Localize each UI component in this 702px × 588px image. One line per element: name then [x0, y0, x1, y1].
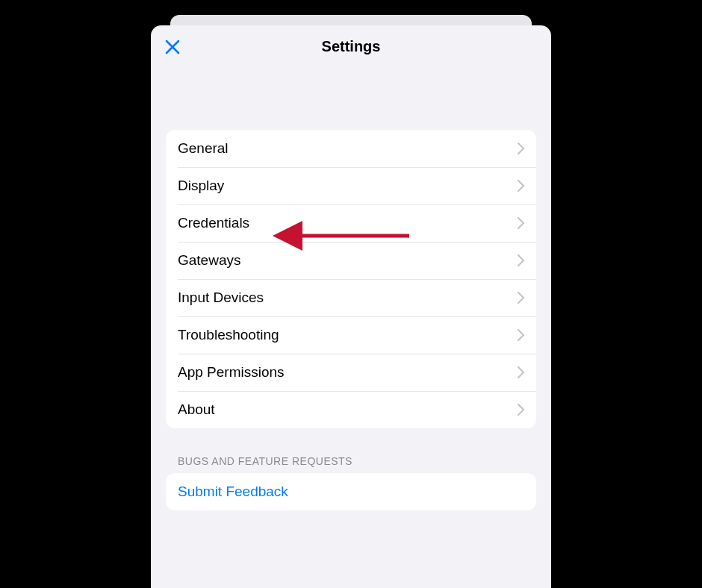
settings-item-label: Gateways [178, 252, 240, 269]
settings-item-about[interactable]: About [166, 391, 536, 428]
chevron-right-icon [517, 404, 524, 416]
chevron-right-icon [517, 217, 524, 229]
feedback-section-header: Bugs and Feature Requests [166, 455, 536, 473]
settings-item-input-devices[interactable]: Input Devices [166, 279, 536, 316]
settings-item-label: About [178, 401, 215, 418]
settings-item-label: Input Devices [178, 290, 264, 306]
chevron-right-icon [517, 254, 524, 266]
content: General Display Credentials [151, 130, 551, 510]
settings-item-display[interactable]: Display [166, 167, 536, 204]
page-title: Settings [322, 38, 381, 55]
settings-item-app-permissions[interactable]: App Permissions [166, 354, 536, 391]
close-icon [164, 39, 181, 55]
settings-item-general[interactable]: General [166, 130, 536, 167]
settings-item-label: Troubleshooting [178, 327, 279, 343]
submit-feedback-button[interactable]: Submit Feedback [166, 473, 536, 510]
feedback-group: Submit Feedback [166, 473, 536, 510]
submit-feedback-label: Submit Feedback [178, 484, 288, 500]
chevron-right-icon [517, 292, 524, 304]
chevron-right-icon [517, 143, 524, 154]
feedback-card: Submit Feedback [166, 473, 536, 510]
nav-bar: Settings [151, 25, 551, 67]
stage: Settings General Display [0, 0, 702, 588]
close-button[interactable] [161, 36, 184, 58]
settings-sheet: Settings General Display [151, 25, 551, 588]
settings-group: General Display Credentials [166, 130, 536, 428]
settings-item-label: App Permissions [178, 364, 285, 381]
settings-item-gateways[interactable]: Gateways [166, 242, 536, 279]
chevron-right-icon [517, 329, 524, 341]
settings-item-label: Credentials [178, 215, 249, 231]
settings-item-credentials[interactable]: Credentials [166, 204, 536, 242]
settings-item-troubleshooting[interactable]: Troubleshooting [166, 316, 536, 354]
settings-card: General Display Credentials [166, 130, 536, 428]
chevron-right-icon [517, 366, 524, 378]
chevron-right-icon [517, 180, 524, 192]
settings-item-label: General [178, 140, 229, 157]
settings-item-label: Display [178, 178, 224, 194]
